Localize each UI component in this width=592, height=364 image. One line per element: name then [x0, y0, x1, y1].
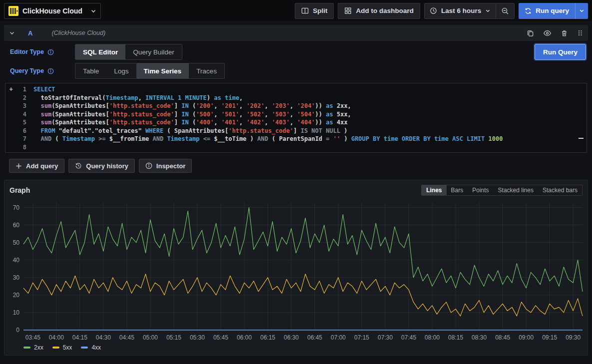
legend-color-pill — [52, 347, 59, 349]
code-line-3[interactable]: 3 sum(SpanAttributes['http.status_code']… — [5, 102, 587, 110]
sql-code-editor[interactable]: +1SELECT2 toStartOfInterval(Timestamp, I… — [5, 83, 587, 153]
query-type-label: Query Type — [10, 67, 44, 74]
legend-item-5xx[interactable]: 5xx — [52, 344, 72, 351]
editor-type-field-label: Editor Type — [4, 48, 75, 55]
code-line-5[interactable]: 5 sum(SpanAttributes['http.status_code']… — [5, 118, 587, 127]
graph-mode-bars[interactable]: Bars — [447, 185, 468, 195]
editor-type-row: Editor Type SQL EditorQuery Builder Run … — [4, 44, 588, 60]
x-tick-label: 05:15 — [166, 334, 181, 341]
query-type-option-table[interactable]: Table — [75, 63, 106, 78]
line-number: 4 — [16, 110, 26, 119]
code-line-4[interactable]: 4 sum(SpanAttributes['http.status_code']… — [5, 110, 587, 119]
graph-header: Graph LinesBarsPointsStacked linesStacke… — [9, 184, 583, 196]
run-query-button[interactable]: Run Query — [535, 44, 586, 60]
legend-label: 2xx — [34, 344, 43, 351]
chart-legend: 2xx5xx4xx — [9, 343, 583, 353]
query-type-row: Query Type TableLogsTime SeriesTraces — [4, 63, 588, 79]
x-tick-label: 09:15 — [542, 334, 557, 341]
query-type-option-time-series[interactable]: Time Series — [136, 63, 189, 78]
code-line-2[interactable]: 2 toStartOfInterval(Timestamp, INTERVAL … — [5, 94, 587, 102]
graph-mode-stacked-lines[interactable]: Stacked lines — [494, 185, 538, 195]
line-number: 1 — [16, 85, 26, 94]
graph-mode-toggle: LinesBarsPointsStacked linesStacked bars — [421, 185, 583, 196]
graph-mode-lines[interactable]: Lines — [422, 185, 446, 195]
legend-item-4xx[interactable]: 4xx — [81, 344, 101, 351]
split-button[interactable]: Split — [295, 3, 334, 19]
x-tick-label: 04:45 — [119, 334, 134, 341]
line-number: 2 — [16, 94, 26, 102]
code-line-6[interactable]: 6 FROM "default"."otel_traces" WHERE ( S… — [5, 127, 587, 135]
add-to-dashboard-button[interactable]: Add to dashboard — [338, 3, 420, 19]
drag-handle-icon[interactable] — [577, 29, 583, 36]
line-number: 6 — [16, 127, 26, 135]
run-query-split-button: Run query — [519, 3, 588, 19]
legend-color-pill — [23, 347, 30, 349]
x-tick-label: 09:00 — [519, 334, 534, 341]
gutter-spacer — [5, 102, 16, 110]
line-number: 8 — [16, 143, 26, 152]
line-number: 7 — [16, 135, 26, 143]
x-tick-label: 06:00 — [237, 334, 252, 341]
graph-panel: Graph LinesBarsPointsStacked linesStacke… — [4, 180, 588, 356]
x-tick-label: 07:45 — [401, 334, 416, 341]
info-circle-icon[interactable] — [47, 49, 54, 55]
x-tick-label: 06:30 — [284, 334, 299, 341]
hide-response-eye-icon[interactable] — [543, 29, 552, 37]
x-tick-label: 06:15 — [260, 334, 275, 341]
query-history-button[interactable]: Query history — [68, 159, 135, 173]
query-type-option-traces[interactable]: Traces — [189, 63, 224, 78]
editor-type-option-sql-editor[interactable]: SQL Editor — [75, 44, 125, 59]
query-datasource-hint: (ClickHouse Cloud) — [51, 29, 105, 36]
add-query-button[interactable]: Add query — [9, 159, 64, 173]
line-number: 5 — [16, 118, 26, 127]
code-line-7[interactable]: 7 AND ( Timestamp >= $__fromTime AND Tim… — [5, 135, 587, 143]
x-tick-label: 08:00 — [425, 334, 440, 341]
history-icon — [75, 162, 82, 169]
split-icon — [301, 7, 309, 14]
gutter-spacer — [5, 135, 16, 143]
y-tick-label: 20 — [13, 292, 20, 299]
x-tick-label: 03:45 — [25, 334, 40, 341]
graph-mode-points[interactable]: Points — [468, 185, 493, 195]
datasource-label: ClickHouse Cloud — [22, 7, 86, 15]
code-line-1[interactable]: +1SELECT — [5, 85, 587, 94]
clock-icon — [430, 7, 437, 14]
x-tick-label: 06:45 — [307, 334, 322, 341]
zoom-out-time-button[interactable] — [496, 3, 514, 18]
y-tick-label: 50 — [13, 239, 20, 246]
datasource-picker[interactable]: ClickHouse Cloud — [4, 3, 101, 19]
legend-item-2xx[interactable]: 2xx — [23, 344, 43, 351]
y-tick-label: 60 — [13, 222, 20, 229]
query-row-header[interactable]: A (ClickHouse Cloud) — [4, 25, 588, 41]
info-circle-icon[interactable] — [47, 68, 54, 74]
search-minus-icon — [501, 7, 509, 15]
gutter-spacer — [5, 127, 16, 135]
editor-type-option-query-builder[interactable]: Query Builder — [125, 44, 182, 59]
time-series-chart[interactable]: 01020304050607003:4504:0004:1504:3004:45… — [9, 196, 586, 343]
chevron-down-icon — [90, 8, 96, 14]
editor-cursor — [579, 138, 584, 139]
y-tick-label: 40 — [13, 257, 20, 264]
collapse-chevron-icon[interactable] — [9, 30, 15, 36]
query-type-option-logs[interactable]: Logs — [106, 63, 136, 78]
top-nav: ClickHouse Cloud Split Add to dashboard … — [0, 0, 592, 22]
inspector-button[interactable]: Inspector — [139, 159, 192, 173]
plus-icon — [15, 163, 22, 169]
x-tick-label: 08:45 — [495, 334, 510, 341]
y-tick-label: 30 — [13, 274, 20, 281]
run-query-nav-label: Run query — [536, 7, 569, 14]
copy-query-icon[interactable] — [527, 29, 534, 37]
run-query-nav-button[interactable]: Run query — [519, 3, 575, 19]
clickhouse-logo-icon — [8, 6, 18, 16]
run-query-dropdown-caret[interactable] — [575, 3, 588, 19]
time-range-picker[interactable]: Last 6 hours — [425, 3, 496, 18]
graph-mode-stacked-bars[interactable]: Stacked bars — [538, 185, 582, 195]
add-to-dashboard-label: Add to dashboard — [356, 7, 414, 14]
x-tick-label: 08:30 — [472, 334, 487, 341]
code-line-8[interactable]: 8 — [5, 143, 587, 152]
sync-icon — [525, 7, 532, 14]
add-query-label: Add query — [26, 162, 58, 170]
chevron-down-icon — [485, 8, 491, 13]
gutter-spacer — [5, 94, 16, 102]
remove-query-trash-icon[interactable] — [561, 29, 568, 37]
